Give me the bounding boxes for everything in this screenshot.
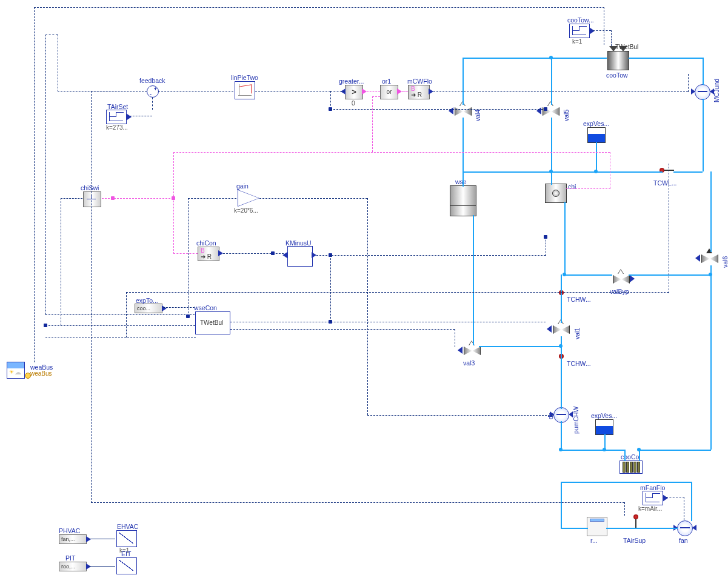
cooTow-block[interactable] [607, 51, 629, 70]
TAirSet-const-block[interactable] [106, 110, 127, 124]
wseCon-block[interactable]: TWetBul [195, 311, 230, 334]
chiCon-out-icon [218, 250, 223, 256]
TAirSet-param: k=273... [106, 124, 128, 131]
chiCon-block[interactable]: B ➜ R [198, 247, 219, 261]
linPieTwo-label: linPieTwo [231, 74, 258, 81]
wire-pink [372, 96, 373, 152]
wire [188, 198, 189, 316]
wire [367, 198, 368, 415]
TCWL-label: TCWL... [653, 179, 677, 187]
bus-connector-icon [25, 373, 31, 379]
junction-dot-pink [172, 196, 175, 200]
wire [330, 109, 546, 110]
wire-pink [367, 91, 380, 92]
chi-block[interactable] [545, 184, 567, 203]
junction-dot-pink [111, 196, 115, 200]
pipe [561, 450, 624, 451]
wire [611, 30, 612, 46]
chiSwi-block[interactable] [83, 191, 101, 207]
wseCon-inner: TWetBul [200, 319, 223, 327]
pipe-junction [603, 448, 606, 451]
val1-valve[interactable] [553, 322, 569, 335]
mFanFlo-param: k=mAir... [638, 505, 662, 513]
wire [669, 164, 669, 293]
pipe [463, 171, 551, 173]
weabus-label2: weaBus [30, 370, 52, 377]
linPieTwo-block[interactable] [235, 81, 255, 99]
greaterThreshold-block[interactable]: > [345, 85, 363, 99]
expTo-block[interactable]: coo... [135, 304, 162, 313]
wire-pink [566, 188, 610, 189]
expVes-block[interactable] [587, 127, 606, 143]
pumCW-pump[interactable] [695, 84, 710, 100]
cooTowConst-block[interactable] [569, 24, 590, 38]
wire [61, 198, 82, 199]
room-block[interactable] [587, 517, 607, 536]
greater-output-icon [362, 88, 367, 95]
feedback-sum[interactable]: +- [147, 85, 159, 98]
wire [455, 329, 455, 347]
wire [158, 91, 233, 91]
wire [152, 98, 153, 110]
wire [330, 255, 331, 322]
wire [88, 539, 115, 539]
pipe [561, 482, 691, 483]
val4-valve[interactable] [455, 104, 470, 117]
kminus-out-icon [312, 252, 316, 258]
PHVAC-input[interactable]: fan,... [59, 534, 87, 544]
room-roof-icon [590, 519, 604, 522]
val1-label: val1 [573, 328, 581, 339]
EIT-block[interactable] [116, 557, 137, 574]
wire [688, 74, 689, 92]
wire [367, 415, 553, 416]
weatherdata-block[interactable] [7, 362, 25, 379]
mCWFlo-block[interactable]: B ➜ R [408, 85, 430, 99]
greater-input-icon [341, 88, 346, 95]
wire-pink [173, 152, 610, 153]
KMinusU-block[interactable] [287, 246, 313, 267]
junction-dot [544, 235, 547, 239]
pipe-junction [563, 273, 566, 276]
pipe [551, 118, 552, 185]
val3-label: val3 [463, 359, 475, 367]
valByp-label: valByp [610, 288, 629, 295]
or1-block[interactable]: or [380, 85, 398, 99]
wire [433, 91, 688, 92]
fan-pump[interactable] [677, 520, 693, 536]
val5-label: val5 [563, 110, 570, 121]
pipe-junction [709, 273, 712, 276]
wse-block[interactable] [450, 185, 476, 207]
junction-dot [271, 251, 275, 255]
cooCoi-block[interactable] [619, 460, 643, 474]
wire [34, 7, 35, 362]
wire [230, 329, 455, 330]
EHVAC-block[interactable] [116, 530, 137, 547]
val6-valve[interactable] [701, 251, 717, 264]
expVes2-block[interactable] [595, 419, 613, 435]
pipe [639, 450, 711, 451]
mFanFlo-block[interactable] [643, 491, 663, 505]
PIT-text: roo,... [61, 563, 75, 570]
gain-label: gain [236, 182, 249, 190]
gain-block[interactable] [238, 190, 259, 207]
wire-pink [610, 152, 610, 188]
wire [34, 7, 604, 8]
junction-dot [186, 314, 190, 318]
wire [684, 497, 684, 520]
PIT-label: PIT [65, 554, 75, 562]
pipe [473, 215, 474, 345]
PIT-input[interactable]: roo,... [59, 562, 87, 571]
val3-valve[interactable] [464, 343, 479, 356]
PHVAC-text: fan,... [61, 536, 75, 542]
mCWFlo-arr: ➜ R [411, 91, 422, 99]
wire [91, 91, 147, 91]
pipe [561, 528, 588, 529]
val4-label: val4 [474, 110, 481, 121]
pumCHW-label: pumCHW [572, 406, 579, 434]
wire [88, 566, 115, 567]
chiSwi-label: chiSwi [81, 184, 99, 191]
EIT-label: EIT [121, 550, 131, 557]
wire [45, 325, 195, 326]
or1-output-icon [397, 88, 402, 95]
valByp-valve[interactable] [613, 271, 629, 285]
